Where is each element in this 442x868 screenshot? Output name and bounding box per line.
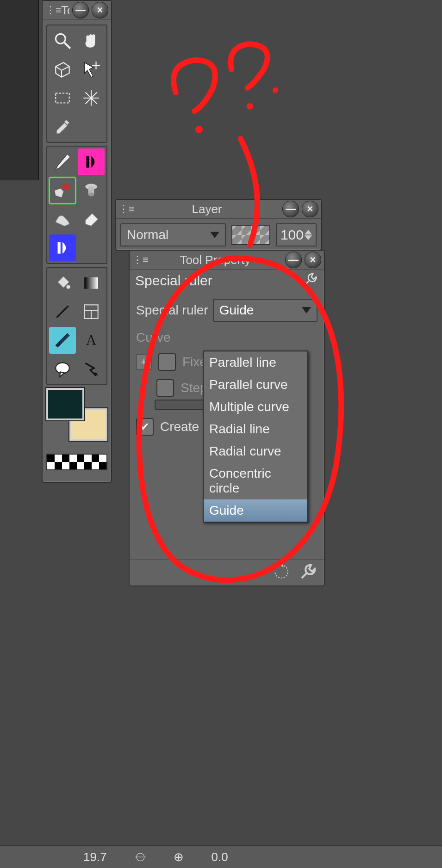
chevron-down-icon: [210, 232, 219, 238]
svg-point-24: [247, 103, 253, 110]
layer-panel: ⋮≡ Layer — × Normal 100: [115, 199, 322, 251]
text-tool[interactable]: A: [78, 327, 105, 354]
close-button[interactable]: ×: [302, 201, 318, 217]
layer-thumbnail[interactable]: [231, 225, 270, 245]
rotate-3d-tool[interactable]: [49, 56, 76, 83]
grip-icon: ⋮≡: [132, 254, 145, 265]
svg-point-25: [273, 87, 278, 93]
grip-icon: ⋮≡: [118, 203, 131, 215]
tool-palette: ⋮≡ To — ×: [42, 0, 112, 483]
correct-line-tool[interactable]: [78, 356, 105, 382]
special-ruler-menu-item[interactable]: Parallel line: [204, 351, 307, 374]
special-ruler-menu-item[interactable]: Multiple curve: [204, 396, 307, 418]
special-ruler-value: Guide: [219, 303, 254, 318]
balloon-tool[interactable]: [49, 356, 76, 382]
special-ruler-menu: Parallel lineParallel curveMultiple curv…: [203, 351, 308, 523]
svg-point-15: [66, 285, 70, 289]
svg-line-17: [56, 306, 68, 317]
create-checkbox[interactable]: ✔: [136, 418, 154, 436]
svg-rect-16: [84, 277, 98, 289]
status-value: 0.0: [212, 850, 228, 864]
frame-play-blue-tool[interactable]: [49, 234, 76, 261]
auto-select-tool[interactable]: [78, 85, 105, 111]
frame-play-pink-tool[interactable]: [78, 148, 105, 175]
eyedropper-tool[interactable]: [49, 113, 76, 140]
svg-point-22: [56, 363, 69, 373]
zoom-out-icon[interactable]: ⦵: [135, 850, 146, 864]
minimize-button[interactable]: —: [72, 2, 89, 18]
minimize-button[interactable]: —: [282, 201, 299, 217]
opacity-spinner[interactable]: [305, 230, 312, 240]
chevron-down-icon: [302, 307, 311, 314]
layer-panel-titlebar[interactable]: ⋮≡ Layer — ×: [116, 200, 321, 219]
fill-tool[interactable]: [49, 270, 76, 296]
brush-tool[interactable]: [49, 177, 76, 204]
subtool-name: Special ruler: [135, 273, 212, 289]
svg-point-23: [195, 126, 203, 133]
tool-palette-titlebar[interactable]: ⋮≡ To — ×: [43, 1, 111, 20]
special-ruler-menu-item[interactable]: Parallel curve: [204, 374, 307, 396]
special-ruler-menu-item[interactable]: Concentric circle: [204, 462, 307, 499]
special-ruler-dropdown[interactable]: Guide: [213, 299, 317, 322]
svg-line-1: [64, 43, 70, 49]
svg-rect-9: [87, 156, 89, 167]
close-button[interactable]: ×: [92, 2, 108, 18]
svg-rect-14: [58, 242, 61, 253]
special-ruler-menu-item[interactable]: Guide: [204, 499, 307, 522]
blend-mode-dropdown[interactable]: Normal: [120, 223, 226, 246]
special-ruler-label: Special ruler: [136, 303, 208, 318]
step-checkbox[interactable]: [156, 379, 174, 397]
line-tool[interactable]: [49, 298, 76, 325]
blend-mode-value: Normal: [127, 228, 168, 242]
pen-tool[interactable]: [49, 148, 76, 175]
tool-property-titlebar[interactable]: ⋮≡ Tool Property — ×: [130, 251, 324, 270]
status-bar: 19.7 ⦵ ⊕ 0.0: [0, 845, 442, 868]
color-swatch-area: [46, 388, 107, 448]
create-label: Create: [160, 419, 199, 434]
eraser-tool[interactable]: [78, 206, 105, 233]
svg-point-13: [88, 192, 94, 196]
svg-rect-10: [62, 184, 69, 190]
blend-tool[interactable]: [49, 206, 76, 233]
zoom-tool[interactable]: [49, 27, 76, 54]
tool-property-title: Tool Property: [148, 253, 282, 267]
marquee-tool[interactable]: [49, 85, 76, 111]
special-ruler-menu-item[interactable]: Radial curve: [204, 440, 307, 462]
ruler-tool[interactable]: [49, 327, 76, 354]
svg-text:A: A: [86, 332, 97, 349]
airbrush-tool[interactable]: [78, 177, 105, 204]
layer-panel-title: Layer: [134, 202, 280, 216]
curve-label: Curve: [136, 330, 171, 345]
layer-opacity-value: 100: [280, 227, 304, 243]
close-button[interactable]: ×: [305, 252, 321, 268]
fixed-checkbox[interactable]: [158, 353, 176, 371]
status-zoom: 19.7: [83, 850, 107, 864]
move-tool[interactable]: [78, 56, 105, 83]
wrench-icon[interactable]: [299, 562, 317, 583]
svg-rect-4: [56, 93, 69, 103]
gradient-tool[interactable]: [78, 270, 105, 296]
special-ruler-menu-item[interactable]: Radial line: [204, 418, 307, 440]
reset-icon[interactable]: [272, 562, 291, 583]
wrench-icon[interactable]: [303, 271, 318, 290]
tool-palette-title: To: [61, 3, 69, 18]
hand-tool[interactable]: [78, 27, 105, 54]
layer-opacity-input[interactable]: 100: [276, 223, 317, 246]
foreground-color-swatch[interactable]: [46, 388, 84, 420]
panel-divide-tool[interactable]: [78, 298, 105, 325]
transparent-color-swatch[interactable]: [46, 454, 107, 470]
svg-point-0: [56, 34, 65, 43]
minimize-button[interactable]: —: [285, 252, 302, 268]
grip-icon: ⋮≡: [45, 5, 58, 16]
zoom-in-icon[interactable]: ⊕: [174, 850, 184, 864]
expand-icon[interactable]: +: [136, 354, 152, 370]
